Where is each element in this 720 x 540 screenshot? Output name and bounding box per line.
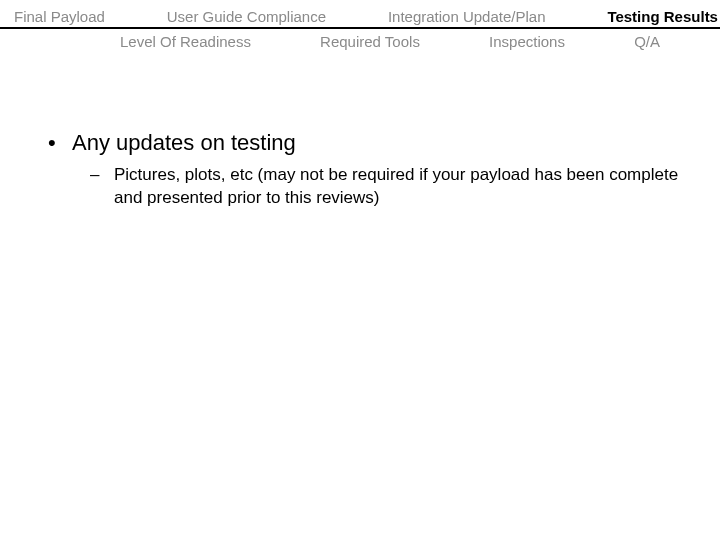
- bullet-list: Any updates on testing Pictures, plots, …: [30, 130, 690, 210]
- tab-level-of-readiness[interactable]: Level Of Readiness: [120, 33, 251, 50]
- sub-bullet-text: Pictures, plots, etc (may not be require…: [114, 165, 678, 207]
- sub-bullet-item: Pictures, plots, etc (may not be require…: [72, 164, 690, 210]
- tab-final-payload[interactable]: Final Payload: [14, 8, 105, 25]
- slide-content: Any updates on testing Pictures, plots, …: [0, 50, 720, 210]
- tab-qa[interactable]: Q/A: [634, 33, 660, 50]
- tabs-row-secondary: Level Of Readiness Required Tools Inspec…: [0, 29, 720, 50]
- tab-integration-update-plan[interactable]: Integration Update/Plan: [388, 8, 546, 25]
- tab-inspections[interactable]: Inspections: [489, 33, 565, 50]
- bullet-item: Any updates on testing Pictures, plots, …: [30, 130, 690, 210]
- tab-required-tools[interactable]: Required Tools: [320, 33, 420, 50]
- sub-bullet-list: Pictures, plots, etc (may not be require…: [72, 164, 690, 210]
- tab-user-guide-compliance[interactable]: User Guide Compliance: [167, 8, 326, 25]
- tabs-row-primary: Final Payload User Guide Compliance Inte…: [0, 0, 720, 29]
- bullet-text: Any updates on testing: [72, 130, 296, 155]
- tab-testing-results[interactable]: Testing Results: [607, 8, 718, 25]
